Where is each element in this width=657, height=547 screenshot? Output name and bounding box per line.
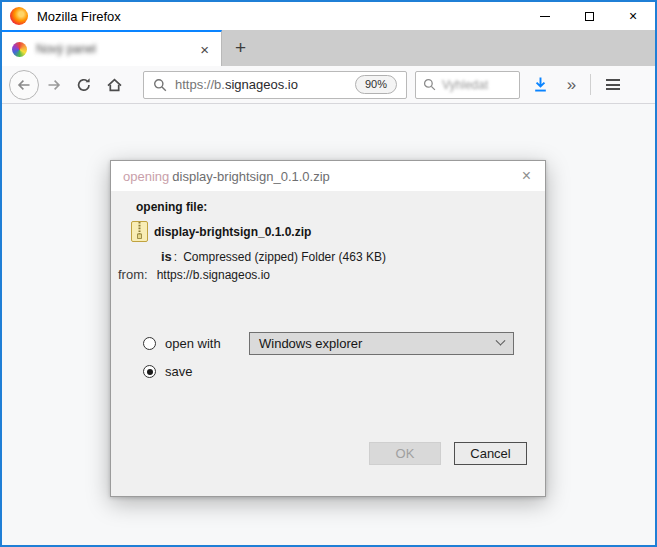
tab-title: Nový panel — [36, 42, 198, 56]
opening-file-dialog: openingdisplay-brightsign_0.1.0.zip × op… — [110, 160, 546, 497]
ok-button[interactable]: OK — [369, 442, 441, 465]
open-with-label: open with — [165, 336, 221, 351]
page-content: openingdisplay-brightsign_0.1.0.zip × op… — [2, 104, 655, 545]
opening-file-label: opening file: — [136, 200, 207, 214]
is-label: is — [161, 249, 172, 264]
tab-new-tab[interactable]: Nový panel × — [2, 30, 222, 66]
page-zoom-badge[interactable]: 90% — [355, 75, 397, 94]
toolbar-separator — [590, 74, 591, 95]
maximize-icon — [585, 12, 594, 21]
app-menu-button[interactable] — [596, 70, 630, 100]
download-icon — [532, 76, 549, 93]
from-label: from: — [118, 267, 148, 282]
overflow-menu-button[interactable]: » — [557, 70, 585, 100]
dialog-close-button[interactable]: × — [520, 168, 533, 184]
tab-close-icon[interactable]: × — [198, 41, 211, 58]
file-source-row: from:https://b.signageos.io — [118, 267, 270, 282]
dialog-titlebar: openingdisplay-brightsign_0.1.0.zip × — [111, 161, 545, 191]
url-text: https://b.signageos.io — [175, 77, 298, 92]
from-value: https://b.signageos.io — [157, 268, 270, 282]
save-radio-row[interactable]: save — [143, 364, 192, 379]
is-colon: : — [174, 250, 177, 264]
chevron-down-icon — [496, 336, 506, 346]
double-chevron-icon: » — [567, 75, 575, 95]
dialog-title-opening: opening — [123, 169, 169, 184]
window-controls: × — [523, 2, 655, 30]
search-icon — [423, 78, 436, 91]
firefox-window: Mozilla Firefox × Nový panel × + — [0, 0, 657, 547]
zip-file-icon — [131, 221, 148, 246]
reload-button[interactable] — [69, 70, 99, 100]
minimize-icon — [540, 16, 550, 17]
dialog-title-filename: display-brightsign_0.1.0.zip — [172, 169, 330, 184]
file-type-row: is:Compressed (zipped) Folder (463 KB) — [161, 249, 386, 264]
os-titlebar: Mozilla Firefox × — [2, 2, 655, 30]
close-window-button[interactable]: × — [611, 2, 655, 30]
url-scheme: https://b. — [175, 77, 225, 92]
home-icon — [106, 77, 123, 93]
file-type-value: Compressed (zipped) Folder (463 KB) — [183, 250, 386, 264]
back-button[interactable] — [9, 70, 39, 100]
downloads-button[interactable] — [523, 70, 557, 100]
dialog-title: openingdisplay-brightsign_0.1.0.zip — [123, 169, 330, 184]
hamburger-icon — [606, 79, 620, 90]
search-placeholder: Vyhledat — [442, 78, 488, 92]
minimize-button[interactable] — [523, 2, 567, 30]
url-bar[interactable]: https://b.signageos.io 90% — [143, 71, 407, 99]
url-domain: signageos.io — [225, 77, 298, 92]
save-label: save — [165, 364, 192, 379]
tab-bar: Nový panel × + — [2, 30, 655, 66]
forward-arrow-icon — [46, 77, 62, 93]
dialog-filename: display-brightsign_0.1.0.zip — [154, 225, 311, 239]
cancel-button[interactable]: Cancel — [454, 442, 527, 465]
open-with-radio-row[interactable]: open with — [143, 336, 221, 351]
firefox-logo-icon — [10, 7, 28, 25]
reload-icon — [76, 77, 92, 93]
open-with-selected-value: Windows explorer — [259, 336, 362, 351]
search-field[interactable]: Vyhledat — [415, 71, 520, 99]
back-arrow-icon — [16, 77, 32, 93]
navigation-toolbar: https://b.signageos.io 90% Vyhledat » — [2, 66, 655, 104]
home-button[interactable] — [99, 70, 129, 100]
tab-favicon-icon — [12, 42, 27, 57]
open-with-radio[interactable] — [143, 337, 156, 350]
search-icon — [153, 78, 167, 92]
window-title: Mozilla Firefox — [37, 9, 121, 24]
close-icon: × — [629, 9, 637, 23]
new-tab-button[interactable]: + — [222, 30, 259, 66]
forward-button[interactable] — [39, 70, 69, 100]
open-with-select[interactable]: Windows explorer — [249, 332, 514, 355]
maximize-button[interactable] — [567, 2, 611, 30]
save-radio[interactable] — [143, 365, 156, 378]
